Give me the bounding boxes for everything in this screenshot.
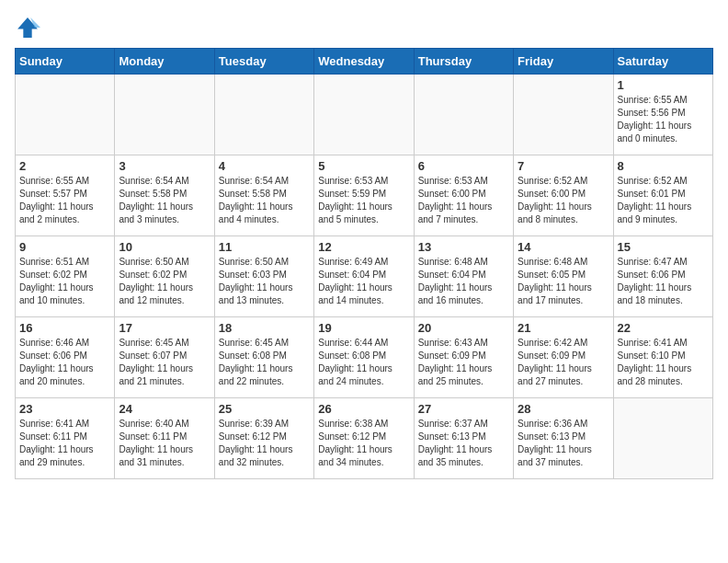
calendar-cell: 1Sunrise: 6:55 AM Sunset: 5:56 PM Daylig… xyxy=(613,75,712,155)
day-info: Sunrise: 6:50 AM Sunset: 6:03 PM Dayligh… xyxy=(219,256,310,307)
calendar-cell xyxy=(613,398,712,479)
day-number: 5 xyxy=(318,159,409,173)
day-number: 2 xyxy=(19,159,110,173)
weekday-header-friday: Friday xyxy=(514,49,613,75)
calendar-cell: 7Sunrise: 6:52 AM Sunset: 6:00 PM Daylig… xyxy=(514,155,613,236)
calendar-cell: 28Sunrise: 6:36 AM Sunset: 6:13 PM Dayli… xyxy=(514,398,613,479)
week-row-4: 16Sunrise: 6:46 AM Sunset: 6:06 PM Dayli… xyxy=(16,317,713,398)
calendar-cell: 10Sunrise: 6:50 AM Sunset: 6:02 PM Dayli… xyxy=(115,236,214,317)
day-info: Sunrise: 6:52 AM Sunset: 6:01 PM Dayligh… xyxy=(618,175,709,226)
day-number: 1 xyxy=(618,78,709,92)
weekday-header-sunday: Sunday xyxy=(16,49,115,75)
day-number: 13 xyxy=(418,240,509,254)
day-number: 9 xyxy=(19,240,110,254)
day-number: 12 xyxy=(318,240,409,254)
calendar-cell: 11Sunrise: 6:50 AM Sunset: 6:03 PM Dayli… xyxy=(214,236,313,317)
calendar-cell: 5Sunrise: 6:53 AM Sunset: 5:59 PM Daylig… xyxy=(314,155,414,236)
day-info: Sunrise: 6:45 AM Sunset: 6:07 PM Dayligh… xyxy=(119,337,210,388)
calendar-cell: 4Sunrise: 6:54 AM Sunset: 5:58 PM Daylig… xyxy=(214,155,313,236)
day-number: 27 xyxy=(418,402,509,416)
day-info: Sunrise: 6:44 AM Sunset: 6:08 PM Dayligh… xyxy=(318,337,409,388)
calendar-cell: 22Sunrise: 6:41 AM Sunset: 6:10 PM Dayli… xyxy=(613,317,712,398)
week-row-2: 2Sunrise: 6:55 AM Sunset: 5:57 PM Daylig… xyxy=(16,155,713,236)
logo xyxy=(15,15,44,40)
calendar-cell: 6Sunrise: 6:53 AM Sunset: 6:00 PM Daylig… xyxy=(414,155,513,236)
day-info: Sunrise: 6:48 AM Sunset: 6:05 PM Dayligh… xyxy=(518,256,609,307)
calendar-cell: 18Sunrise: 6:45 AM Sunset: 6:08 PM Dayli… xyxy=(214,317,313,398)
day-info: Sunrise: 6:37 AM Sunset: 6:13 PM Dayligh… xyxy=(418,418,509,469)
calendar-cell: 25Sunrise: 6:39 AM Sunset: 6:12 PM Dayli… xyxy=(214,398,313,479)
calendar-cell: 15Sunrise: 6:47 AM Sunset: 6:06 PM Dayli… xyxy=(613,236,712,317)
day-info: Sunrise: 6:40 AM Sunset: 6:11 PM Dayligh… xyxy=(119,418,210,469)
day-info: Sunrise: 6:50 AM Sunset: 6:02 PM Dayligh… xyxy=(119,256,210,307)
calendar-table: SundayMondayTuesdayWednesdayThursdayFrid… xyxy=(15,48,713,479)
calendar-cell xyxy=(414,75,513,155)
day-number: 17 xyxy=(119,321,210,335)
calendar-cell xyxy=(514,75,613,155)
day-info: Sunrise: 6:49 AM Sunset: 6:04 PM Dayligh… xyxy=(318,256,409,307)
calendar-cell: 14Sunrise: 6:48 AM Sunset: 6:05 PM Dayli… xyxy=(514,236,613,317)
day-number: 26 xyxy=(318,402,409,416)
weekday-header-thursday: Thursday xyxy=(414,49,513,75)
day-number: 28 xyxy=(518,402,609,416)
day-info: Sunrise: 6:41 AM Sunset: 6:10 PM Dayligh… xyxy=(618,337,709,388)
day-info: Sunrise: 6:51 AM Sunset: 6:02 PM Dayligh… xyxy=(19,256,110,307)
day-info: Sunrise: 6:38 AM Sunset: 6:12 PM Dayligh… xyxy=(318,418,409,469)
calendar-cell xyxy=(314,75,414,155)
day-info: Sunrise: 6:52 AM Sunset: 6:00 PM Dayligh… xyxy=(518,175,609,226)
calendar-cell: 9Sunrise: 6:51 AM Sunset: 6:02 PM Daylig… xyxy=(16,236,115,317)
calendar-cell: 17Sunrise: 6:45 AM Sunset: 6:07 PM Dayli… xyxy=(115,317,214,398)
calendar-cell: 27Sunrise: 6:37 AM Sunset: 6:13 PM Dayli… xyxy=(414,398,513,479)
day-info: Sunrise: 6:54 AM Sunset: 5:58 PM Dayligh… xyxy=(219,175,310,226)
weekday-header-monday: Monday xyxy=(115,49,214,75)
calendar-cell xyxy=(16,75,115,155)
calendar-cell: 23Sunrise: 6:41 AM Sunset: 6:11 PM Dayli… xyxy=(16,398,115,479)
day-number: 6 xyxy=(418,159,509,173)
day-number: 10 xyxy=(119,240,210,254)
day-info: Sunrise: 6:46 AM Sunset: 6:06 PM Dayligh… xyxy=(19,337,110,388)
day-info: Sunrise: 6:54 AM Sunset: 5:58 PM Dayligh… xyxy=(119,175,210,226)
day-number: 18 xyxy=(219,321,310,335)
weekday-header-wednesday: Wednesday xyxy=(314,49,414,75)
calendar-cell: 20Sunrise: 6:43 AM Sunset: 6:09 PM Dayli… xyxy=(414,317,513,398)
calendar-cell: 16Sunrise: 6:46 AM Sunset: 6:06 PM Dayli… xyxy=(16,317,115,398)
day-info: Sunrise: 6:48 AM Sunset: 6:04 PM Dayligh… xyxy=(418,256,509,307)
day-info: Sunrise: 6:41 AM Sunset: 6:11 PM Dayligh… xyxy=(19,418,110,469)
day-info: Sunrise: 6:55 AM Sunset: 5:56 PM Dayligh… xyxy=(618,94,709,145)
day-number: 19 xyxy=(318,321,409,335)
weekday-header-row: SundayMondayTuesdayWednesdayThursdayFrid… xyxy=(16,49,713,75)
day-number: 16 xyxy=(19,321,110,335)
day-number: 11 xyxy=(219,240,310,254)
day-info: Sunrise: 6:43 AM Sunset: 6:09 PM Dayligh… xyxy=(418,337,509,388)
weekday-header-tuesday: Tuesday xyxy=(214,49,313,75)
calendar-cell xyxy=(214,75,313,155)
calendar-cell: 12Sunrise: 6:49 AM Sunset: 6:04 PM Dayli… xyxy=(314,236,414,317)
calendar-cell: 24Sunrise: 6:40 AM Sunset: 6:11 PM Dayli… xyxy=(115,398,214,479)
calendar-cell: 8Sunrise: 6:52 AM Sunset: 6:01 PM Daylig… xyxy=(613,155,712,236)
calendar-cell: 13Sunrise: 6:48 AM Sunset: 6:04 PM Dayli… xyxy=(414,236,513,317)
logo-icon xyxy=(15,15,40,40)
day-number: 24 xyxy=(119,402,210,416)
day-number: 25 xyxy=(219,402,310,416)
week-row-3: 9Sunrise: 6:51 AM Sunset: 6:02 PM Daylig… xyxy=(16,236,713,317)
day-info: Sunrise: 6:42 AM Sunset: 6:09 PM Dayligh… xyxy=(518,337,609,388)
day-number: 4 xyxy=(219,159,310,173)
day-number: 15 xyxy=(618,240,709,254)
svg-marker-0 xyxy=(17,17,38,38)
day-number: 22 xyxy=(618,321,709,335)
calendar-cell xyxy=(115,75,214,155)
calendar-cell: 2Sunrise: 6:55 AM Sunset: 5:57 PM Daylig… xyxy=(16,155,115,236)
week-row-5: 23Sunrise: 6:41 AM Sunset: 6:11 PM Dayli… xyxy=(16,398,713,479)
day-number: 8 xyxy=(618,159,709,173)
page-header xyxy=(15,15,713,40)
day-number: 20 xyxy=(418,321,509,335)
calendar-cell: 21Sunrise: 6:42 AM Sunset: 6:09 PM Dayli… xyxy=(514,317,613,398)
calendar-cell: 26Sunrise: 6:38 AM Sunset: 6:12 PM Dayli… xyxy=(314,398,414,479)
day-info: Sunrise: 6:36 AM Sunset: 6:13 PM Dayligh… xyxy=(518,418,609,469)
calendar-cell: 3Sunrise: 6:54 AM Sunset: 5:58 PM Daylig… xyxy=(115,155,214,236)
weekday-header-saturday: Saturday xyxy=(613,49,712,75)
day-number: 3 xyxy=(119,159,210,173)
calendar-cell: 19Sunrise: 6:44 AM Sunset: 6:08 PM Dayli… xyxy=(314,317,414,398)
day-number: 7 xyxy=(518,159,609,173)
day-info: Sunrise: 6:55 AM Sunset: 5:57 PM Dayligh… xyxy=(19,175,110,226)
